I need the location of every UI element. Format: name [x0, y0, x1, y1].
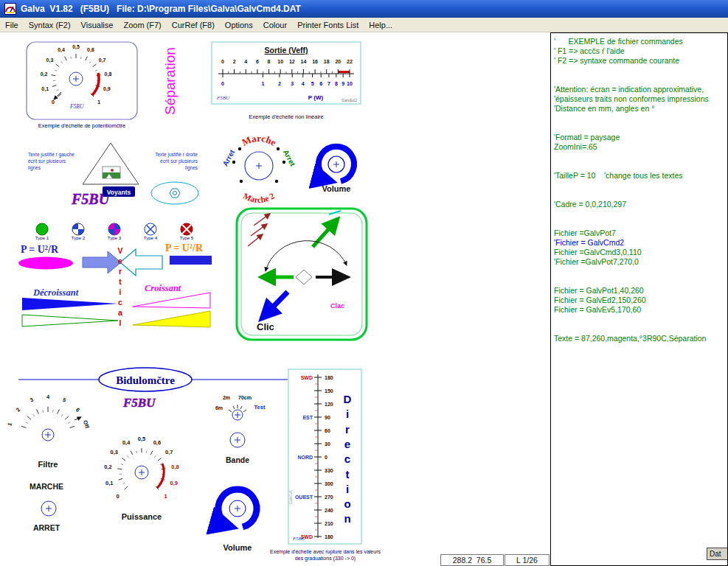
- app-icon: [4, 3, 16, 15]
- application-window: { "colors": { "titlebar_blue": "#1D55C8"…: [0, 0, 728, 566]
- potentiometer-dial: 00,10,20,30,40,50,60,70,80,91 F5BU Exemp…: [27, 42, 137, 129]
- menu-item-colour[interactable]: Colour: [258, 19, 292, 31]
- triangle-panel: Texte justifié ŕ gauche écrit sur plusie…: [28, 143, 198, 207]
- compass-label: OUEST: [295, 495, 313, 500]
- command-line[interactable]: Fichier = GalvEd2,150,260: [554, 296, 727, 305]
- puissance-label: Puissance: [122, 512, 162, 521]
- menu-item-visualise[interactable]: Visualise: [76, 19, 119, 31]
- menu-bar: FileSyntax (F2)VisualiseZoom (F7)CurRef …: [0, 18, 728, 32]
- command-line[interactable]: [554, 75, 727, 85]
- dat-button[interactable]: Dat: [707, 548, 728, 560]
- command-line[interactable]: ZoomIni=.65: [554, 142, 727, 152]
- command-line[interactable]: ' EXEMPLE de fichier commandes: [554, 37, 727, 46]
- command-line[interactable]: Fichier = GalvEv5,170,60: [554, 305, 727, 315]
- command-line[interactable]: 'Fichier =GalvPot7,270,0: [554, 257, 727, 267]
- dial-label: 0,1: [105, 480, 113, 486]
- scale-label: 180: [325, 534, 333, 539]
- tick: [55, 64, 59, 67]
- increasing-wedge: [133, 311, 210, 327]
- tick: [93, 64, 97, 67]
- command-line[interactable]: [554, 267, 727, 276]
- scale-label: 2: [278, 81, 281, 86]
- command-line[interactable]: 'Fichier = GalvCmd2: [554, 238, 727, 248]
- scale-label: 10: [347, 81, 353, 86]
- command-line[interactable]: Fichier =GalvPot7: [554, 228, 727, 238]
- formula-right: P = U²/R: [165, 242, 204, 254]
- command-line[interactable]: 'Formatl = paysage: [554, 133, 727, 142]
- volume-label: Volume: [223, 543, 252, 552]
- scale-label: 30: [325, 441, 330, 447]
- scale-label: 0: [221, 81, 224, 86]
- command-line[interactable]: [554, 66, 727, 75]
- menu-item-options[interactable]: Options: [220, 19, 258, 31]
- panel-title: Bidulomčtre: [116, 374, 175, 386]
- type-label: Type 2: [72, 235, 86, 240]
- command-line[interactable]: 'Distance en mm, angles en °: [554, 104, 727, 113]
- command-line[interactable]: 'Cadre = 0,0,210,297: [554, 200, 727, 209]
- dial-label: 0,5: [138, 436, 145, 442]
- command-line[interactable]: [554, 190, 727, 200]
- command-line[interactable]: Fichier = GalvPot1,40,260: [554, 286, 727, 296]
- tick: [95, 70, 97, 71]
- command-line[interactable]: [554, 276, 727, 286]
- menu-item-curref-f8[interactable]: CurRef (F8): [167, 19, 220, 31]
- menu-item-help[interactable]: Help...: [364, 19, 398, 31]
- dial-label: 0,2: [41, 71, 48, 77]
- vertical-letter: t: [119, 277, 122, 286]
- drawing-canvas[interactable]: 00,10,20,30,40,50,60,70,80,91 F5BU Exemp…: [0, 32, 550, 566]
- blue-down-arrow: [262, 292, 288, 318]
- magenta-ellipse: [18, 257, 73, 270]
- command-line[interactable]: 'épaisseurs traits non conformes impress…: [554, 94, 727, 104]
- band-label: 6m: [215, 405, 223, 410]
- direction-letter: i: [346, 483, 349, 495]
- direction-letter: D: [344, 393, 352, 405]
- scale-label: 8: [268, 59, 271, 64]
- dial-label: Off: [82, 419, 91, 430]
- tick: [146, 451, 147, 453]
- menu-item-file[interactable]: File: [0, 19, 24, 31]
- menu-item-zoom-f7[interactable]: Zoom (F7): [118, 19, 166, 31]
- green-up-arrow: [313, 219, 338, 247]
- tick: [81, 57, 82, 59]
- command-editor-panel[interactable]: ' EXEMPLE de fichier commandes' F1 => ac…: [550, 32, 728, 566]
- dial-label: 6: [74, 406, 81, 413]
- command-line[interactable]: [554, 209, 727, 219]
- command-line[interactable]: [554, 123, 727, 133]
- tick: [57, 90, 59, 91]
- command-line[interactable]: ' F1 => accčs ŕ l'aide: [554, 46, 727, 56]
- croissant-label: Croissant: [145, 283, 181, 293]
- direction-letter: i: [346, 408, 349, 420]
- scale-label: 2: [233, 59, 236, 64]
- command-line[interactable]: Texte = 87,260,magenta,°3R90C,Séparation: [554, 334, 727, 343]
- command-line[interactable]: ' F2 => syntaxe commande courante: [554, 56, 727, 66]
- menu-item-syntax-f2[interactable]: Syntax (F2): [24, 19, 76, 31]
- caption: des graduations (330 -> 0): [295, 556, 356, 562]
- menu-item-printer-fonts-list[interactable]: Printer Fonts List: [292, 19, 364, 31]
- editor-lines[interactable]: ' EXEMPLE de fichier commandes' F1 => ac…: [554, 37, 727, 343]
- tick: [37, 409, 39, 413]
- bande-label: Bande: [226, 455, 249, 464]
- dial-label: 0: [116, 493, 119, 500]
- justified-text-right: écrit sur plusieurs: [160, 158, 198, 164]
- command-line[interactable]: Fichier =GalvCmd3,0,110: [554, 248, 727, 257]
- direction-letter: o: [344, 497, 350, 510]
- tick: [155, 455, 156, 457]
- command-line[interactable]: [554, 315, 727, 324]
- command-line[interactable]: 'TailleP = 10 'change tous les textes: [554, 171, 727, 181]
- switch-label-right: Arret: [282, 148, 297, 168]
- command-line[interactable]: [554, 324, 727, 334]
- command-line[interactable]: 'Attention: écran = indication approxima…: [554, 85, 727, 94]
- dial-label: 4: [46, 394, 50, 400]
- brand-signature: F5BU: [292, 536, 306, 542]
- command-line[interactable]: [554, 161, 727, 171]
- filtre-label: Filtre: [38, 460, 58, 469]
- command-line[interactable]: [554, 219, 727, 228]
- command-line[interactable]: [554, 113, 727, 123]
- scale-label: 240: [325, 508, 333, 513]
- command-line[interactable]: [554, 152, 727, 161]
- scale-label: 330: [325, 468, 333, 473]
- command-line[interactable]: [554, 181, 727, 190]
- scale-label: 4: [302, 81, 305, 86]
- scale-label: 270: [325, 495, 333, 500]
- axis-label: P (W): [308, 94, 324, 101]
